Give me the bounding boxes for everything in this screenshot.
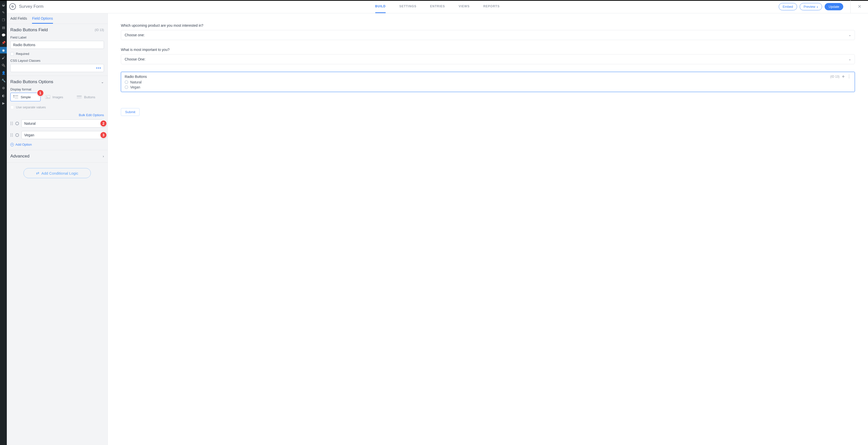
css-classes-input[interactable] (10, 64, 104, 72)
nav-users-icon[interactable]: 👤 (0, 70, 7, 76)
svg-point-13 (10, 125, 11, 125)
chevron-down-icon: ▾ (817, 6, 818, 8)
svg-rect-7 (77, 96, 82, 97)
svg-rect-8 (77, 97, 82, 99)
radio-option[interactable]: Vegan (125, 85, 851, 89)
tab-settings[interactable]: SETTINGS (399, 0, 416, 13)
drag-handle-icon[interactable] (10, 133, 13, 137)
field-block-selected[interactable]: Radio Buttons (ID 13) ✥ ⋮ Natural (121, 72, 855, 92)
radio-icon (125, 85, 128, 89)
branch-icon: ⇄ (36, 171, 39, 175)
option-default-radio[interactable] (16, 133, 19, 137)
field-options-title: Radio Buttons Field (10, 28, 48, 33)
bulk-edit-options-link[interactable]: Bulk Edit Options (79, 113, 104, 117)
tab-reports[interactable]: REPORTS (483, 0, 500, 13)
chevron-down-icon[interactable]: ⌄ (101, 80, 104, 84)
option-default-radio[interactable] (16, 122, 19, 125)
nav-generic1-icon[interactable]: ◐ (0, 92, 7, 99)
nav-pin-icon[interactable]: 📌 (0, 39, 7, 46)
selected-field-id: (ID 13) (830, 75, 839, 78)
option-input[interactable] (22, 131, 104, 139)
chevron-down-icon: ⌄ (848, 33, 851, 37)
use-separate-values-label: Use separate values (16, 105, 46, 109)
advanced-section-title: Advanced (10, 154, 30, 159)
svg-point-10 (12, 122, 13, 123)
use-separate-values-checkbox[interactable] (10, 106, 14, 109)
dropdown-field[interactable]: Choose One: ⌄ (121, 54, 855, 64)
radio-option-label: Vegan (130, 85, 140, 89)
svg-point-15 (10, 134, 11, 134)
annotation-badge-3: 3 (100, 132, 107, 139)
drag-handle-icon[interactable] (10, 122, 13, 126)
preview-button[interactable]: Preview▾ (800, 3, 822, 10)
nav-generic2-icon[interactable]: ▶ (0, 100, 7, 106)
svg-point-14 (12, 125, 13, 125)
tab-views[interactable]: VIEWS (459, 0, 470, 13)
add-conditional-logic-button[interactable]: ⇄ Add Conditional Logic (24, 168, 91, 178)
display-format-simple-label: Simple (21, 95, 31, 99)
svg-point-12 (12, 123, 13, 124)
sidebar-tab-field-options[interactable]: Field Options (32, 13, 53, 24)
nav-tools-icon[interactable]: 🔧 (0, 77, 7, 84)
radio-option[interactable]: Natural (125, 80, 851, 84)
form-canvas: Which upcoming product are you most inte… (108, 13, 868, 445)
svg-point-20 (12, 136, 13, 137)
nav-plugins-icon[interactable]: 🔌 (0, 62, 7, 69)
field-label-input[interactable] (10, 41, 104, 49)
sidebar-tab-add-fields[interactable]: Add Fields (10, 13, 27, 24)
tab-entries[interactable]: ENTRIES (430, 0, 445, 13)
submit-button[interactable]: Submit (121, 108, 140, 116)
field-block[interactable]: Which upcoming product are you most inte… (121, 24, 855, 40)
topbar-tabs: BUILD SETTINGS ENTRIES VIEWS REPORTS (375, 0, 500, 13)
nav-comments-icon[interactable]: 💬 (0, 32, 7, 38)
field-block[interactable]: What is most important to you? Choose On… (121, 47, 855, 64)
nav-media-icon[interactable]: ❐ (0, 16, 7, 23)
move-icon[interactable]: ✥ (842, 75, 844, 78)
svg-point-18 (12, 135, 13, 136)
display-format-simple[interactable]: Simple 1 (10, 93, 41, 101)
display-format-images[interactable]: Images (42, 93, 72, 101)
svg-point-11 (10, 123, 11, 124)
image-icon (45, 95, 51, 99)
display-format-images-label: Images (53, 95, 63, 99)
display-format-buttons-label: Buttons (84, 95, 95, 99)
more-icon[interactable]: ⋮ (847, 75, 851, 79)
dropdown-placeholder: Choose One: (125, 57, 146, 61)
close-icon[interactable]: ✕ (857, 3, 863, 10)
nav-posts-icon[interactable]: ✎ (0, 9, 7, 15)
option-row: 2 (10, 119, 104, 128)
nav-pages-icon[interactable]: ▤ (0, 24, 7, 31)
selected-field-title: Radio Buttons (125, 75, 147, 79)
chevron-right-icon[interactable]: › (103, 154, 104, 158)
svg-point-16 (12, 134, 13, 134)
option-row: 3 (10, 131, 104, 139)
field-id: (ID 13) (95, 28, 104, 32)
nav-settings-icon[interactable]: ⚙ (0, 85, 7, 91)
chevron-down-icon: ⌄ (848, 58, 851, 61)
radio-icon (125, 80, 128, 84)
svg-rect-3 (15, 97, 18, 98)
field-label-label: Field Label (10, 36, 104, 39)
display-format-buttons[interactable]: Buttons (74, 93, 104, 101)
dropdown-field[interactable]: Choose one: ⌄ (121, 30, 855, 40)
embed-button[interactable]: Embed (779, 3, 797, 10)
dropdown-placeholder: Choose one: (125, 33, 145, 37)
nav-dashboard-icon[interactable]: ◒ (0, 1, 7, 8)
display-format-label: Display format (10, 88, 104, 91)
css-classes-more-icon[interactable]: ••• (96, 66, 101, 70)
field-label: What is most important to you? (121, 47, 855, 52)
tab-build[interactable]: BUILD (375, 0, 386, 13)
svg-rect-4 (15, 98, 18, 99)
options-section-title: Radio Buttons Options (10, 79, 53, 84)
radio-option-label: Natural (130, 80, 142, 84)
nav-formidable-icon[interactable]: ◉ (0, 47, 7, 54)
update-button[interactable]: Update (825, 3, 843, 10)
buttons-icon (76, 95, 82, 99)
nav-appearance-icon[interactable]: 🖌 (0, 55, 7, 61)
svg-point-0 (13, 95, 14, 96)
required-label: Required (16, 52, 29, 56)
add-option-button[interactable]: + Add Option (10, 143, 104, 146)
required-checkbox[interactable] (10, 52, 14, 56)
option-input[interactable] (22, 119, 104, 128)
svg-point-19 (10, 136, 11, 137)
